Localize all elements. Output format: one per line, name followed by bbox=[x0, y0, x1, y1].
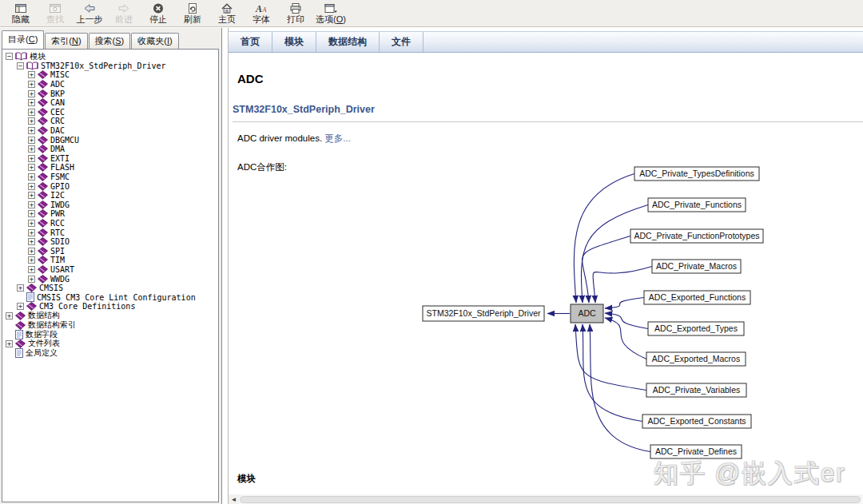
nav-tab-s[interactable]: 搜索(S) bbox=[89, 33, 131, 49]
font-button[interactable]: AA字体 bbox=[245, 2, 277, 26]
tree-item-label[interactable]: BKP bbox=[50, 89, 65, 98]
tree-item[interactable]: +FSMC bbox=[3, 173, 218, 182]
tree-item-label[interactable]: SDIO bbox=[50, 237, 70, 246]
doc-tab-0[interactable]: 首页 bbox=[229, 32, 272, 52]
tree-item[interactable]: 全局定义 bbox=[3, 348, 218, 358]
expand-icon[interactable]: + bbox=[28, 229, 35, 236]
tree-item[interactable]: +DAC bbox=[3, 126, 218, 136]
tree-item[interactable]: +I2C bbox=[3, 191, 218, 200]
stop-button[interactable]: 停止 bbox=[142, 2, 174, 26]
tree-item[interactable]: +CEC bbox=[3, 108, 218, 117]
expand-icon[interactable]: + bbox=[17, 284, 24, 292]
tree-item-label[interactable]: SPI bbox=[50, 247, 65, 256]
expand-icon[interactable]: + bbox=[28, 210, 35, 217]
tree-item-label[interactable]: FSMC bbox=[50, 173, 70, 181]
expand-icon[interactable]: + bbox=[28, 81, 35, 88]
tree-item-label[interactable]: USART bbox=[50, 265, 74, 274]
tree-item[interactable]: +PWR bbox=[3, 209, 218, 219]
expand-icon[interactable]: + bbox=[28, 238, 35, 245]
tree-item-label[interactable]: RCC bbox=[50, 219, 65, 228]
collapse-icon[interactable]: − bbox=[6, 53, 13, 60]
tree-item[interactable]: +DMA bbox=[3, 145, 218, 154]
refresh-button[interactable]: 刷新 bbox=[177, 2, 209, 26]
tree-item[interactable]: +TIM bbox=[3, 256, 218, 265]
expand-icon[interactable]: + bbox=[28, 192, 35, 199]
doc-tab-2[interactable]: 数据结构 bbox=[316, 32, 380, 52]
tree-item-label[interactable]: CAN bbox=[50, 98, 65, 107]
tree-item-label[interactable]: EXTI bbox=[50, 154, 70, 163]
expand-icon[interactable]: + bbox=[28, 145, 35, 153]
hide-button[interactable]: 隐藏 bbox=[5, 2, 37, 26]
tree-item[interactable]: +GPIO bbox=[3, 181, 218, 191]
expand-icon[interactable]: + bbox=[28, 220, 35, 227]
expand-icon[interactable]: + bbox=[28, 117, 35, 125]
tree-item[interactable]: +FLASH bbox=[3, 163, 218, 173]
tree-item[interactable]: +SPI bbox=[3, 246, 218, 256]
module-group-link[interactable]: STM32F10x_StdPeriph_Driver bbox=[233, 104, 375, 115]
tree-item-label[interactable]: STM32F10x_StdPeriph_Driver bbox=[41, 62, 166, 70]
tree-item-label[interactable]: I2C bbox=[50, 191, 65, 200]
tree-item-label[interactable]: GPIO bbox=[50, 182, 70, 191]
scrollbar-thumb[interactable] bbox=[240, 496, 861, 503]
tree-item[interactable]: +MISC bbox=[3, 70, 218, 80]
expand-icon[interactable]: + bbox=[28, 90, 35, 97]
tree-item[interactable]: +WWDG bbox=[3, 274, 218, 284]
nav-tab-i[interactable]: 收藏夹(I) bbox=[131, 33, 178, 49]
doc-tab-3[interactable]: 文件 bbox=[380, 32, 424, 52]
tree-item-label[interactable]: WWDG bbox=[50, 275, 70, 284]
tree-item[interactable]: +RTC bbox=[3, 228, 218, 237]
tree-item-label[interactable]: RTC bbox=[50, 228, 65, 237]
expand-icon[interactable]: + bbox=[6, 340, 13, 347]
more-link[interactable]: 更多... bbox=[324, 133, 351, 143]
scroll-left-icon[interactable]: ◄ bbox=[229, 494, 239, 504]
tree-item[interactable]: +BKP bbox=[3, 89, 218, 98]
tree-item[interactable]: +ADC bbox=[3, 80, 218, 89]
expand-icon[interactable]: + bbox=[28, 164, 35, 171]
expand-icon[interactable]: + bbox=[28, 183, 35, 190]
tree-item-label[interactable]: TIM bbox=[50, 256, 65, 264]
expand-icon[interactable]: + bbox=[28, 109, 35, 116]
tree-item-label[interactable]: 模块 bbox=[30, 51, 46, 62]
tree-item-label[interactable]: DBGMCU bbox=[50, 136, 79, 145]
nav-tab-n[interactable]: 索引(N) bbox=[45, 33, 87, 49]
back-button[interactable]: 上一步 bbox=[74, 2, 105, 26]
options-button[interactable]: 选项(O) bbox=[314, 2, 348, 26]
expand-icon[interactable]: + bbox=[28, 248, 35, 255]
home-button[interactable]: 主页 bbox=[211, 2, 243, 26]
expand-icon[interactable]: + bbox=[17, 303, 24, 310]
tree-item-label[interactable]: DMA bbox=[50, 145, 65, 153]
doc-tab-1[interactable]: 模块 bbox=[272, 32, 316, 52]
tree-item[interactable]: +IWDG bbox=[3, 200, 218, 210]
tree-item[interactable]: −模块 bbox=[3, 52, 218, 62]
tree-item[interactable]: +SDIO bbox=[3, 237, 218, 247]
expand-icon[interactable]: + bbox=[28, 173, 35, 181]
expand-icon[interactable]: + bbox=[28, 71, 35, 78]
tree-item[interactable]: +EXTI bbox=[3, 154, 218, 164]
tree-item-label[interactable]: PWR bbox=[50, 209, 65, 218]
tree-item-label[interactable]: CEC bbox=[50, 108, 65, 117]
tree-item[interactable]: +CAN bbox=[3, 98, 218, 108]
tree-item[interactable]: +RCC bbox=[3, 219, 218, 228]
collapse-icon[interactable]: − bbox=[17, 62, 24, 69]
print-button[interactable]: 打印 bbox=[280, 2, 312, 26]
tree-item[interactable]: +DBGMCU bbox=[3, 135, 218, 145]
horizontal-scrollbar[interactable]: ◄ bbox=[229, 494, 863, 504]
tree-item[interactable]: +CRC bbox=[3, 117, 218, 126]
tree-item-label[interactable]: DAC bbox=[50, 126, 65, 135]
tree-item[interactable]: +USART bbox=[3, 265, 218, 275]
tree-item-label[interactable]: CRC bbox=[50, 117, 65, 125]
tree-item[interactable]: +CMSIS bbox=[3, 284, 218, 293]
expand-icon[interactable]: + bbox=[6, 312, 13, 319]
tree-item-label[interactable]: 全局定义 bbox=[26, 347, 58, 359]
tree-item-label[interactable]: IWDG bbox=[50, 200, 70, 209]
tree-item-label[interactable]: CMSIS bbox=[39, 284, 63, 292]
expand-icon[interactable]: + bbox=[28, 266, 35, 273]
expand-icon[interactable]: + bbox=[28, 256, 35, 264]
expand-icon[interactable]: + bbox=[28, 155, 35, 162]
nav-tab-c[interactable]: 目录(C) bbox=[2, 30, 44, 49]
expand-icon[interactable]: + bbox=[28, 276, 35, 283]
tree-item-label[interactable]: MISC bbox=[50, 70, 70, 79]
tree-item[interactable]: CMSIS CM3 Core Lint Configuration bbox=[3, 292, 218, 302]
tree-item-label[interactable]: CMSIS CM3 Core Lint Configuration bbox=[37, 293, 196, 302]
expand-icon[interactable]: + bbox=[28, 99, 35, 106]
